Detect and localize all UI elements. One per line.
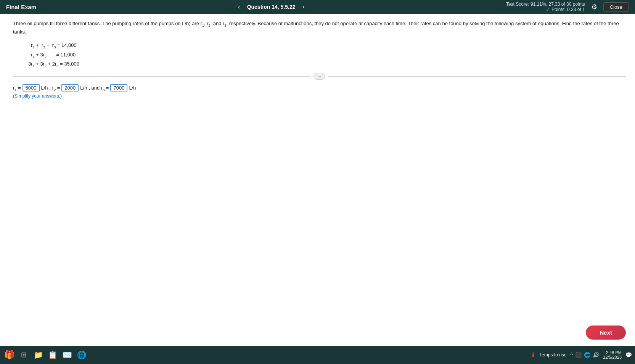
thermometer-icon: 🌡 <box>530 351 537 359</box>
taskbar-right: 🌡 Temps to rise ^ ⬛ 🌐 🔊 2:48 PM 12/5/202… <box>530 350 632 359</box>
taskbar: 🎁 ⊞ 📁 📋 ✉️ 🌐 🌡 Temps to rise ^ ⬛ 🌐 🔊 2:4… <box>0 346 635 364</box>
files-icon[interactable]: 📋 <box>47 349 59 361</box>
date-display: 12/5/2023 <box>603 355 622 359</box>
folder-icon[interactable]: 📁 <box>32 349 44 361</box>
taskbar-left: 🎁 ⊞ 📁 📋 ✉️ 🌐 <box>3 349 88 361</box>
speaker-icon[interactable]: 🔊 <box>593 352 599 358</box>
next-question-button[interactable]: › <box>300 3 306 11</box>
question-label: Question 14, 5.5.22 <box>247 4 296 10</box>
r2-separator: , r2 = <box>50 85 60 92</box>
r1-unit: L/h <box>41 85 48 91</box>
main-content: Three oil pumps fill three different tan… <box>0 14 635 346</box>
score-section: Test Score: 91.11%, 27.33 of 30 points ✓… <box>506 2 585 13</box>
divider-line-right <box>328 76 626 77</box>
equation-2: r1 + 3r2 = 11,000 <box>28 50 626 60</box>
test-score-label: Test Score: <box>506 2 529 7</box>
r3-answer-box[interactable]: 7000 <box>110 84 127 91</box>
header: Final Exam ‹ Question 14, 5.5.22 › Test … <box>0 0 635 14</box>
equation-1: r1 + r2 + r3 = 14,000 <box>28 41 626 50</box>
r1-label: r1 = <box>13 85 21 92</box>
grid-icon[interactable]: ⊞ <box>18 349 30 361</box>
points-value: 0.33 of 1 <box>567 7 585 12</box>
header-right: Test Score: 91.11%, 27.33 of 30 points ✓… <box>506 2 629 13</box>
test-score-line: Test Score: 91.11%, 27.33 of 30 points <box>506 2 585 7</box>
close-button[interactable]: Close <box>603 2 629 12</box>
question-navigation: ‹ Question 14, 5.5.22 › <box>236 3 307 11</box>
points-label: Points: <box>551 7 566 12</box>
check-icon: ✓ <box>546 7 550 13</box>
simplify-note: (Simplify your answers.) <box>13 93 626 99</box>
r3-separator: , and r3 = <box>88 85 109 92</box>
content-wrapper: Three oil pumps fill three different tan… <box>13 20 626 99</box>
mail-icon[interactable]: ✉️ <box>61 349 73 361</box>
r1-answer-box[interactable]: 5000 <box>23 84 40 91</box>
system-tray: ^ ⬛ 🌐 🔊 <box>570 352 599 358</box>
problem-text: Three oil pumps fill three different tan… <box>13 20 626 36</box>
prev-question-button[interactable]: ‹ <box>236 3 242 11</box>
temps-to-rise-label: Temps to rise <box>539 352 566 358</box>
divider-line-left <box>13 76 310 77</box>
chevron-up-icon[interactable]: ^ <box>570 352 573 358</box>
page-title: Final Exam <box>6 4 36 10</box>
notification-icon[interactable]: 💬 <box>625 352 632 358</box>
answer-section: r1 = 5000 L/h , r2 = 2000 L/h , and r3 =… <box>13 84 626 99</box>
browser-icon[interactable]: 🌐 <box>76 349 88 361</box>
equation-3: 3r1 + 3r2 + 2r3 = 35,000 <box>28 59 626 69</box>
equations-block: r1 + r2 + r3 = 14,000 r1 + 3r2 = 11,000 … <box>28 41 626 69</box>
divider-dots: ··· <box>313 73 325 80</box>
gift-icon[interactable]: 🎁 <box>3 349 15 361</box>
clock[interactable]: 2:48 PM 12/5/2023 <box>603 350 622 359</box>
display-icon[interactable]: ⬛ <box>575 352 582 358</box>
divider: ··· <box>13 73 626 80</box>
answer-line: r1 = 5000 L/h , r2 = 2000 L/h , and r3 =… <box>13 84 626 92</box>
next-button[interactable]: Next <box>586 326 626 340</box>
time-display: 2:48 PM <box>603 350 622 355</box>
r2-unit: L/h <box>80 85 87 91</box>
temps-to-rise-widget[interactable]: 🌡 Temps to rise <box>530 351 566 359</box>
r3-unit: L/h <box>129 85 136 91</box>
r2-answer-box[interactable]: 2000 <box>61 84 79 91</box>
settings-button[interactable]: ⚙ <box>591 3 597 11</box>
network-icon[interactable]: 🌐 <box>584 352 590 358</box>
points-line: ✓ Points: 0.33 of 1 <box>546 7 585 13</box>
test-score-value: 91.11%, 27.33 of 30 points <box>531 2 585 7</box>
